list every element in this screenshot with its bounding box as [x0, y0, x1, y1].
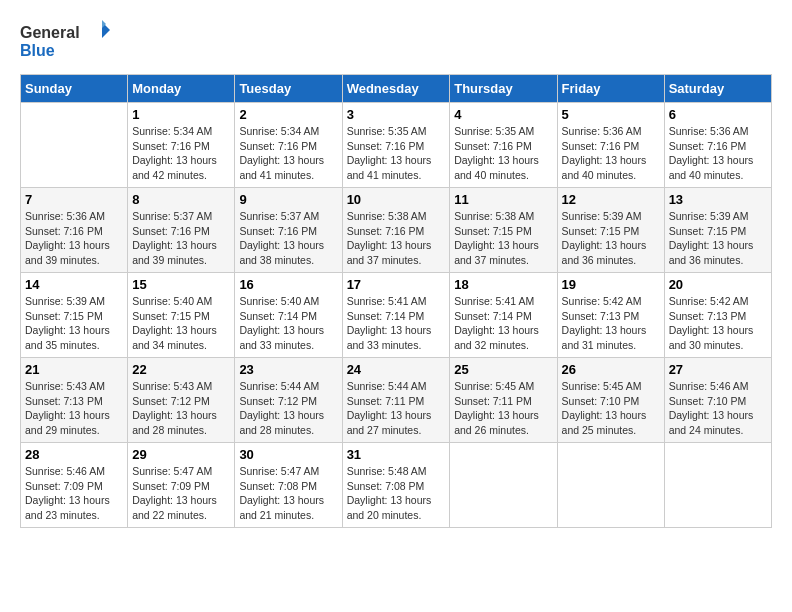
cell-info: Sunrise: 5:43 AM Sunset: 7:12 PM Dayligh…	[132, 379, 230, 438]
calendar-cell: 14Sunrise: 5:39 AM Sunset: 7:15 PM Dayli…	[21, 273, 128, 358]
logo: General Blue	[20, 20, 110, 64]
cell-info: Sunrise: 5:41 AM Sunset: 7:14 PM Dayligh…	[454, 294, 552, 353]
column-header-saturday: Saturday	[664, 75, 771, 103]
calendar-cell: 15Sunrise: 5:40 AM Sunset: 7:15 PM Dayli…	[128, 273, 235, 358]
calendar-week-row: 28Sunrise: 5:46 AM Sunset: 7:09 PM Dayli…	[21, 443, 772, 528]
cell-info: Sunrise: 5:44 AM Sunset: 7:12 PM Dayligh…	[239, 379, 337, 438]
day-number: 11	[454, 192, 552, 207]
cell-info: Sunrise: 5:37 AM Sunset: 7:16 PM Dayligh…	[132, 209, 230, 268]
calendar-week-row: 21Sunrise: 5:43 AM Sunset: 7:13 PM Dayli…	[21, 358, 772, 443]
calendar-cell: 20Sunrise: 5:42 AM Sunset: 7:13 PM Dayli…	[664, 273, 771, 358]
cell-info: Sunrise: 5:40 AM Sunset: 7:15 PM Dayligh…	[132, 294, 230, 353]
calendar-cell	[21, 103, 128, 188]
calendar-week-row: 1Sunrise: 5:34 AM Sunset: 7:16 PM Daylig…	[21, 103, 772, 188]
calendar-cell: 13Sunrise: 5:39 AM Sunset: 7:15 PM Dayli…	[664, 188, 771, 273]
calendar-cell: 9Sunrise: 5:37 AM Sunset: 7:16 PM Daylig…	[235, 188, 342, 273]
day-number: 30	[239, 447, 337, 462]
cell-info: Sunrise: 5:36 AM Sunset: 7:16 PM Dayligh…	[669, 124, 767, 183]
day-number: 23	[239, 362, 337, 377]
cell-info: Sunrise: 5:44 AM Sunset: 7:11 PM Dayligh…	[347, 379, 446, 438]
cell-info: Sunrise: 5:43 AM Sunset: 7:13 PM Dayligh…	[25, 379, 123, 438]
column-header-friday: Friday	[557, 75, 664, 103]
calendar-cell: 30Sunrise: 5:47 AM Sunset: 7:08 PM Dayli…	[235, 443, 342, 528]
day-number: 14	[25, 277, 123, 292]
calendar-cell: 2Sunrise: 5:34 AM Sunset: 7:16 PM Daylig…	[235, 103, 342, 188]
column-header-tuesday: Tuesday	[235, 75, 342, 103]
calendar-cell: 21Sunrise: 5:43 AM Sunset: 7:13 PM Dayli…	[21, 358, 128, 443]
calendar-cell: 8Sunrise: 5:37 AM Sunset: 7:16 PM Daylig…	[128, 188, 235, 273]
calendar-cell: 11Sunrise: 5:38 AM Sunset: 7:15 PM Dayli…	[450, 188, 557, 273]
column-header-monday: Monday	[128, 75, 235, 103]
calendar-week-row: 14Sunrise: 5:39 AM Sunset: 7:15 PM Dayli…	[21, 273, 772, 358]
cell-info: Sunrise: 5:38 AM Sunset: 7:15 PM Dayligh…	[454, 209, 552, 268]
calendar-cell: 18Sunrise: 5:41 AM Sunset: 7:14 PM Dayli…	[450, 273, 557, 358]
calendar-cell: 31Sunrise: 5:48 AM Sunset: 7:08 PM Dayli…	[342, 443, 450, 528]
day-number: 5	[562, 107, 660, 122]
calendar-cell: 24Sunrise: 5:44 AM Sunset: 7:11 PM Dayli…	[342, 358, 450, 443]
cell-info: Sunrise: 5:46 AM Sunset: 7:10 PM Dayligh…	[669, 379, 767, 438]
day-number: 7	[25, 192, 123, 207]
cell-info: Sunrise: 5:45 AM Sunset: 7:11 PM Dayligh…	[454, 379, 552, 438]
calendar-cell: 23Sunrise: 5:44 AM Sunset: 7:12 PM Dayli…	[235, 358, 342, 443]
calendar-cell: 7Sunrise: 5:36 AM Sunset: 7:16 PM Daylig…	[21, 188, 128, 273]
calendar-cell: 4Sunrise: 5:35 AM Sunset: 7:16 PM Daylig…	[450, 103, 557, 188]
svg-text:Blue: Blue	[20, 42, 55, 59]
cell-info: Sunrise: 5:42 AM Sunset: 7:13 PM Dayligh…	[562, 294, 660, 353]
cell-info: Sunrise: 5:37 AM Sunset: 7:16 PM Dayligh…	[239, 209, 337, 268]
calendar-cell	[664, 443, 771, 528]
day-number: 19	[562, 277, 660, 292]
cell-info: Sunrise: 5:34 AM Sunset: 7:16 PM Dayligh…	[132, 124, 230, 183]
day-number: 29	[132, 447, 230, 462]
column-header-wednesday: Wednesday	[342, 75, 450, 103]
day-number: 17	[347, 277, 446, 292]
cell-info: Sunrise: 5:35 AM Sunset: 7:16 PM Dayligh…	[454, 124, 552, 183]
svg-text:General: General	[20, 24, 80, 41]
cell-info: Sunrise: 5:38 AM Sunset: 7:16 PM Dayligh…	[347, 209, 446, 268]
day-number: 18	[454, 277, 552, 292]
day-number: 24	[347, 362, 446, 377]
day-number: 15	[132, 277, 230, 292]
calendar-cell: 17Sunrise: 5:41 AM Sunset: 7:14 PM Dayli…	[342, 273, 450, 358]
calendar-cell: 3Sunrise: 5:35 AM Sunset: 7:16 PM Daylig…	[342, 103, 450, 188]
cell-info: Sunrise: 5:42 AM Sunset: 7:13 PM Dayligh…	[669, 294, 767, 353]
calendar-cell: 6Sunrise: 5:36 AM Sunset: 7:16 PM Daylig…	[664, 103, 771, 188]
calendar-cell: 28Sunrise: 5:46 AM Sunset: 7:09 PM Dayli…	[21, 443, 128, 528]
logo-svg: General Blue	[20, 20, 110, 64]
day-number: 28	[25, 447, 123, 462]
cell-info: Sunrise: 5:36 AM Sunset: 7:16 PM Dayligh…	[25, 209, 123, 268]
day-number: 25	[454, 362, 552, 377]
cell-info: Sunrise: 5:41 AM Sunset: 7:14 PM Dayligh…	[347, 294, 446, 353]
calendar-table: SundayMondayTuesdayWednesdayThursdayFrid…	[20, 74, 772, 528]
cell-info: Sunrise: 5:46 AM Sunset: 7:09 PM Dayligh…	[25, 464, 123, 523]
day-number: 10	[347, 192, 446, 207]
cell-info: Sunrise: 5:40 AM Sunset: 7:14 PM Dayligh…	[239, 294, 337, 353]
cell-info: Sunrise: 5:48 AM Sunset: 7:08 PM Dayligh…	[347, 464, 446, 523]
cell-info: Sunrise: 5:45 AM Sunset: 7:10 PM Dayligh…	[562, 379, 660, 438]
calendar-cell: 27Sunrise: 5:46 AM Sunset: 7:10 PM Dayli…	[664, 358, 771, 443]
day-number: 1	[132, 107, 230, 122]
calendar-cell	[557, 443, 664, 528]
day-number: 21	[25, 362, 123, 377]
calendar-cell: 26Sunrise: 5:45 AM Sunset: 7:10 PM Dayli…	[557, 358, 664, 443]
calendar-cell: 25Sunrise: 5:45 AM Sunset: 7:11 PM Dayli…	[450, 358, 557, 443]
day-number: 9	[239, 192, 337, 207]
day-number: 16	[239, 277, 337, 292]
day-number: 4	[454, 107, 552, 122]
day-number: 22	[132, 362, 230, 377]
calendar-cell: 29Sunrise: 5:47 AM Sunset: 7:09 PM Dayli…	[128, 443, 235, 528]
day-number: 20	[669, 277, 767, 292]
cell-info: Sunrise: 5:39 AM Sunset: 7:15 PM Dayligh…	[669, 209, 767, 268]
cell-info: Sunrise: 5:47 AM Sunset: 7:09 PM Dayligh…	[132, 464, 230, 523]
calendar-cell: 16Sunrise: 5:40 AM Sunset: 7:14 PM Dayli…	[235, 273, 342, 358]
day-number: 13	[669, 192, 767, 207]
column-header-thursday: Thursday	[450, 75, 557, 103]
day-number: 6	[669, 107, 767, 122]
calendar-header-row: SundayMondayTuesdayWednesdayThursdayFrid…	[21, 75, 772, 103]
cell-info: Sunrise: 5:36 AM Sunset: 7:16 PM Dayligh…	[562, 124, 660, 183]
calendar-cell: 12Sunrise: 5:39 AM Sunset: 7:15 PM Dayli…	[557, 188, 664, 273]
cell-info: Sunrise: 5:34 AM Sunset: 7:16 PM Dayligh…	[239, 124, 337, 183]
calendar-cell: 1Sunrise: 5:34 AM Sunset: 7:16 PM Daylig…	[128, 103, 235, 188]
calendar-cell: 22Sunrise: 5:43 AM Sunset: 7:12 PM Dayli…	[128, 358, 235, 443]
cell-info: Sunrise: 5:39 AM Sunset: 7:15 PM Dayligh…	[25, 294, 123, 353]
day-number: 31	[347, 447, 446, 462]
